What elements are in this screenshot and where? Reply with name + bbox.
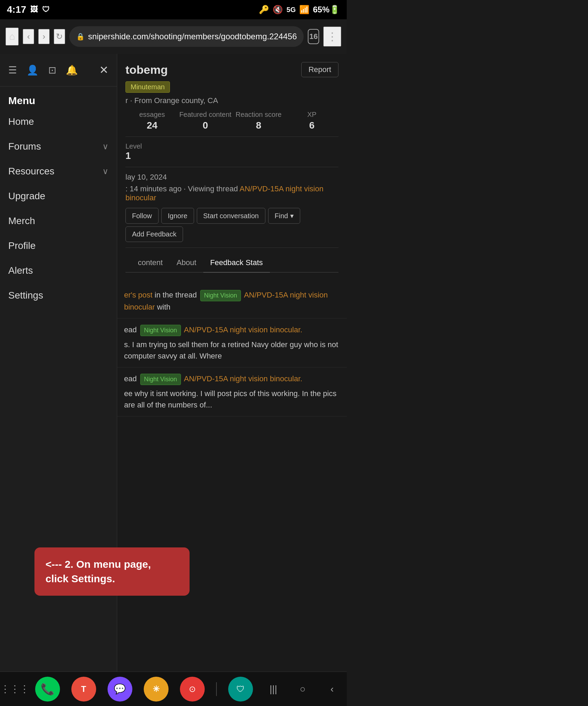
find-dropdown-icon: ▾ xyxy=(290,212,294,220)
browser-home-button[interactable]: ⌂ xyxy=(6,28,19,46)
signal-5g-icon: 5G xyxy=(286,6,296,14)
night-vision-tag-3: Night Vision xyxy=(140,374,181,385)
surfshark-status-icon: 🛡 xyxy=(42,5,50,14)
tab-about[interactable]: About xyxy=(170,253,203,273)
thread-link-2[interactable]: AN/PVD-15A night vision binocular. xyxy=(184,325,302,334)
tab-content[interactable]: content xyxy=(131,253,170,273)
surfshark-app-icon[interactable]: 🛡 xyxy=(228,677,253,702)
sidebar-item-profile[interactable]: Profile xyxy=(0,233,117,258)
stat-messages-label: essages xyxy=(125,111,179,119)
browser-refresh-button[interactable]: ↻ xyxy=(54,29,65,44)
browser-tab-count[interactable]: 16 xyxy=(308,29,319,44)
sidebar: ☰ 👤 ⊡ 🔔 ✕ Menu Home Forums ∨ Resources ∨… xyxy=(0,54,117,672)
sidebar-item-forums[interactable]: Forums ∨ xyxy=(0,134,117,159)
stat-reaction-value: 8 xyxy=(232,120,285,131)
stat-featured: Featured content 0 xyxy=(179,111,232,131)
sidebar-item-settings-label: Settings xyxy=(8,290,43,301)
profile-tabs: content About Feedback Stats xyxy=(125,253,338,273)
start-conversation-button[interactable]: Start conversation xyxy=(197,208,265,224)
page-header: tobemg Report Minuteman r · From Orange … xyxy=(117,54,347,284)
status-left: 4:17 🖼 🛡 xyxy=(7,4,50,15)
chevron-down-icon: ∨ xyxy=(102,142,109,151)
find-button[interactable]: Find ▾ xyxy=(268,208,300,224)
thread-link-3[interactable]: AN/PVD-15A night vision binocular. xyxy=(184,374,302,383)
bell-icon[interactable]: 🔔 xyxy=(66,64,78,76)
android-home-button[interactable]: ○ xyxy=(294,680,312,698)
android-recents-button[interactable]: ||| xyxy=(264,680,282,698)
browser-menu-button[interactable]: ⋮ xyxy=(323,27,341,47)
chevron-down-icon: ∨ xyxy=(102,167,109,176)
joined-row: lay 10, 2024 xyxy=(125,173,338,182)
last-seen-prefix: : 14 minutes ago · Viewing thread xyxy=(125,184,240,193)
ignore-button[interactable]: Ignore xyxy=(161,208,194,224)
stat-reaction: Reaction score 8 xyxy=(232,111,285,131)
browser-bar: ⌂ ‹ › ↻ 🔒 snipershide.com/shooting/membe… xyxy=(0,19,347,54)
browser-forward-button[interactable]: › xyxy=(38,29,50,44)
sidebar-item-resources[interactable]: Resources ∨ xyxy=(0,159,117,184)
sidebar-item-alerts[interactable]: Alerts xyxy=(0,258,117,283)
profile-location: r · From Orange county, CA xyxy=(125,96,338,105)
stat-xp-value: 6 xyxy=(285,120,339,131)
hamburger-icon[interactable]: ☰ xyxy=(8,64,17,76)
galaxy-app-icon[interactable]: 💬 xyxy=(108,677,132,702)
tooltip-box: <--- 2. On menu page,click Settings. xyxy=(34,547,190,596)
sidebar-item-merch[interactable]: Merch xyxy=(0,209,117,233)
stat-featured-value: 0 xyxy=(179,120,232,131)
sidebar-item-home[interactable]: Home xyxy=(0,109,117,134)
sidebar-item-settings[interactable]: Settings xyxy=(0,283,117,308)
tab-feedback-stats[interactable]: Feedback Stats xyxy=(203,253,270,273)
stat-messages-value: 24 xyxy=(125,120,179,131)
post-link-1[interactable]: er's post xyxy=(124,291,152,299)
follow-button[interactable]: Follow xyxy=(125,208,159,224)
post-text-3: ead Night Vision AN/PVD-15A night vision… xyxy=(124,373,340,385)
post-item-2: ead Night Vision AN/PVD-15A night vision… xyxy=(117,319,347,367)
profile-icon[interactable]: 👤 xyxy=(27,64,39,76)
gallery-icon: 🖼 xyxy=(30,5,38,14)
level-row: Level 1 xyxy=(125,142,338,167)
level-value: 1 xyxy=(125,150,338,161)
sidebar-header: ☰ 👤 ⊡ 🔔 ✕ xyxy=(0,54,117,87)
apps-grid-button[interactable]: ⋮⋮⋮ xyxy=(6,680,24,698)
stats-row: essages 24 Featured content 0 Reaction s… xyxy=(125,111,338,137)
toptal-app-icon[interactable]: T xyxy=(71,677,96,702)
post-text-1: er's post in the thread Night Vision AN/… xyxy=(124,289,340,313)
sidebar-item-forums-label: Forums xyxy=(8,141,41,152)
sidebar-item-upgrade[interactable]: Upgrade xyxy=(0,184,117,209)
sidebar-header-icons: ☰ 👤 ⊡ 🔔 xyxy=(8,64,78,76)
menu-close-button[interactable]: ✕ xyxy=(99,63,109,77)
menu-items: Home Forums ∨ Resources ∨ Upgrade Merch … xyxy=(0,109,117,308)
post-body-3: ee why it isnt working. I will post pics… xyxy=(124,388,340,411)
stat-reaction-label: Reaction score xyxy=(232,111,285,119)
post-item-3: ead Night Vision AN/PVD-15A night vision… xyxy=(117,367,347,416)
minuteman-badge: Minuteman xyxy=(125,81,170,93)
browser-back-button[interactable]: ‹ xyxy=(23,29,34,44)
sidebar-item-alerts-label: Alerts xyxy=(8,265,33,276)
battery-icon: 65%🔋 xyxy=(313,5,340,14)
joined-date: lay 10, 2024 xyxy=(125,173,167,181)
stat-xp-label: XP xyxy=(285,111,339,119)
url-text: snipershide.com/shooting/members/goodtob… xyxy=(88,32,297,41)
sidebar-item-resources-label: Resources xyxy=(8,166,54,177)
signal-bars-icon: 📶 xyxy=(299,5,310,14)
action-buttons: Follow Ignore Start conversation Find ▾ … xyxy=(125,208,338,248)
profile-username: tobemg xyxy=(125,63,168,77)
screen-record-app-icon[interactable]: ⊙ xyxy=(180,677,205,702)
post-body-2: s. I am trying to sell them for a retire… xyxy=(124,339,340,362)
add-feedback-button[interactable]: Add Feedback xyxy=(125,226,183,242)
android-back-button[interactable]: ‹ xyxy=(323,680,341,698)
sidebar-item-home-label: Home xyxy=(8,116,34,127)
bottom-nav-separator xyxy=(216,682,217,696)
status-bar: 4:17 🖼 🛡 🔑 🔇 5G 📶 65%🔋 xyxy=(0,0,347,19)
browser-url-bar[interactable]: 🔒 snipershide.com/shooting/members/goodt… xyxy=(69,26,304,47)
key-icon: 🔑 xyxy=(259,5,269,14)
profile-row: tobemg Report xyxy=(125,62,338,77)
content-wrapper: ☰ 👤 ⊡ 🔔 ✕ Menu Home Forums ∨ Resources ∨… xyxy=(0,54,347,672)
sidebar-item-upgrade-label: Upgrade xyxy=(8,191,45,202)
report-button[interactable]: Report xyxy=(301,62,338,77)
mute-icon: 🔇 xyxy=(273,5,283,14)
night-vision-tag-2: Night Vision xyxy=(140,325,181,336)
status-time: 4:17 xyxy=(7,4,26,15)
phone-app-icon[interactable]: 📞 xyxy=(35,677,60,702)
perplexity-app-icon[interactable]: ✳ xyxy=(144,677,169,702)
tablet-icon[interactable]: ⊡ xyxy=(48,64,56,76)
